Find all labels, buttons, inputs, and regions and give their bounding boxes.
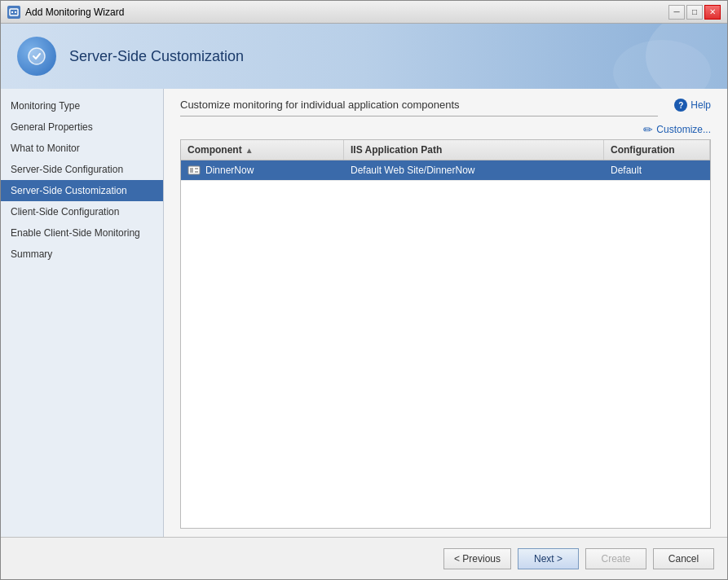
svg-rect-5 [190, 168, 193, 173]
sidebar-item-enable-client-side[interactable]: Enable Client-Side Monitoring [1, 222, 163, 244]
minimize-button[interactable]: ─ [668, 5, 685, 20]
sidebar-item-what-to-monitor[interactable]: What to Monitor [1, 138, 163, 159]
th-component-label: Component [188, 144, 242, 156]
content-inner: ✏ Customize... Component ▲ IIS Applicati… [164, 123, 727, 537]
help-link[interactable]: ? Help [674, 99, 711, 112]
maximize-button[interactable]: □ [686, 5, 703, 20]
customize-label: Customize... [656, 124, 711, 135]
th-configuration[interactable]: Configuration [604, 140, 710, 160]
header-icon [17, 37, 56, 76]
svg-rect-2 [15, 11, 16, 13]
next-button[interactable]: Next > [518, 548, 579, 569]
content-area: Customize monitoring for individual appl… [164, 89, 727, 537]
wizard-window: Add Monitoring Wizard ─ □ ✕ Server-Side … [0, 0, 728, 580]
td-iis-path: Default Web Site/DinnerNow [344, 161, 604, 179]
wizard-footer: < Previous Next > Create Cancel [1, 537, 727, 579]
table-row[interactable]: DinnerNow Default Web Site/DinnerNow Def… [181, 160, 710, 181]
help-icon: ? [674, 99, 687, 112]
help-label: Help [690, 99, 711, 111]
title-bar-text: Add Monitoring Wizard [25, 7, 668, 18]
content-header: Customize monitoring for individual appl… [164, 89, 727, 123]
toolbar-row: ✏ Customize... [180, 123, 711, 136]
sidebar-item-client-side-config[interactable]: Client-Side Configuration [1, 201, 163, 222]
wizard-body: Monitoring Type General Properties What … [1, 89, 727, 537]
th-configuration-label: Configuration [611, 144, 675, 156]
row-configuration-value: Default [611, 165, 642, 176]
svg-rect-1 [11, 11, 13, 13]
svg-point-3 [29, 48, 45, 64]
row-iis-path-value: Default Web Site/DinnerNow [351, 165, 475, 176]
sidebar-item-summary[interactable]: Summary [1, 244, 163, 265]
svg-rect-0 [10, 9, 18, 15]
td-component: DinnerNow [181, 160, 344, 180]
component-icon [188, 164, 201, 177]
sidebar: Monitoring Type General Properties What … [1, 89, 164, 537]
sidebar-item-monitoring-type[interactable]: Monitoring Type [1, 95, 163, 116]
create-button[interactable]: Create [585, 548, 646, 569]
th-component[interactable]: Component ▲ [181, 140, 344, 160]
svg-rect-6 [195, 168, 198, 169]
th-iis-path-label: IIS Application Path [351, 144, 442, 156]
title-bar: Add Monitoring Wizard ─ □ ✕ [1, 1, 727, 24]
sidebar-item-general-properties[interactable]: General Properties [1, 116, 163, 138]
title-bar-icon [7, 6, 20, 19]
title-bar-buttons: ─ □ ✕ [668, 5, 721, 20]
previous-button[interactable]: < Previous [443, 548, 511, 569]
sidebar-item-server-side-config[interactable]: Server-Side Configuration [1, 159, 163, 180]
sidebar-item-server-side-custom[interactable]: Server-Side Customization [1, 180, 163, 201]
cancel-button[interactable]: Cancel [653, 548, 714, 569]
svg-rect-7 [195, 171, 198, 173]
content-title: Customize monitoring for individual appl… [180, 99, 658, 116]
row-component-name: DinnerNow [205, 165, 254, 176]
wizard-header-title: Server-Side Customization [69, 48, 244, 65]
th-iis-path[interactable]: IIS Application Path [344, 140, 604, 160]
table-header: Component ▲ IIS Application Path Configu… [181, 140, 710, 160]
customize-button[interactable]: ✏ Customize... [643, 123, 711, 136]
pencil-icon: ✏ [643, 123, 653, 136]
sort-arrow-component: ▲ [245, 146, 254, 155]
close-button[interactable]: ✕ [704, 5, 721, 20]
td-configuration: Default [604, 161, 710, 179]
wizard-header: Server-Side Customization [1, 24, 727, 89]
data-table: Component ▲ IIS Application Path Configu… [180, 139, 711, 529]
